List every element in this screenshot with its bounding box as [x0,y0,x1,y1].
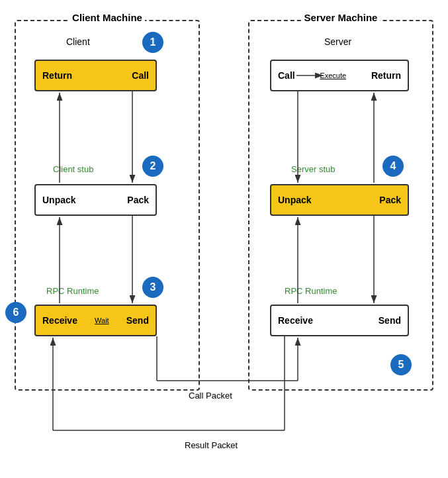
server-section-label: Server [324,36,351,47]
client-bottom-box: Receive Wait Send [34,305,157,336]
client-receive-label: Receive [42,315,77,326]
client-call-label: Call [132,70,149,81]
client-stub-label: Client stub [53,164,93,174]
server-execute-label: Execute [320,72,346,79]
badge-1: 1 [142,32,163,53]
badge-3: 3 [142,277,163,298]
server-middle-box: Unpack Pack [270,184,409,216]
server-return-label: Return [371,70,401,81]
client-machine-label: Client Machine [69,12,145,23]
server-receive-label: Receive [278,315,313,326]
result-packet-label: Result Packet [185,440,238,450]
server-stub-label: Server stub [291,164,335,174]
rpc-runtime-left-label: RPC Runtime [46,286,99,296]
server-top-box: Call Execute Return [270,60,409,91]
badge-6: 6 [5,302,26,323]
badge-5: 5 [390,354,412,375]
client-section-label: Client [66,36,90,47]
server-call-label: Call [278,70,295,81]
client-return-label: Return [42,70,72,81]
client-top-box: Return Call [34,60,157,91]
badge-4: 4 [382,156,404,177]
client-wait-label: Wait [95,316,109,324]
server-pack-label: Pack [379,195,401,205]
diagram-container: Client Machine Server Machine Client Ser… [0,0,448,478]
server-send-label: Send [379,315,401,326]
badge-2: 2 [142,156,163,177]
client-middle-box: Unpack Pack [34,184,157,216]
call-packet-label: Call Packet [189,391,232,401]
client-send-label: Send [126,315,149,326]
rpc-runtime-right-label: RPC Runtime [285,286,337,296]
client-pack-label: Pack [127,195,149,205]
server-bottom-box: Receive Send [270,305,409,336]
server-machine-label: Server Machine [302,12,381,23]
client-unpack-label: Unpack [42,195,76,205]
server-unpack-label: Unpack [278,195,312,205]
